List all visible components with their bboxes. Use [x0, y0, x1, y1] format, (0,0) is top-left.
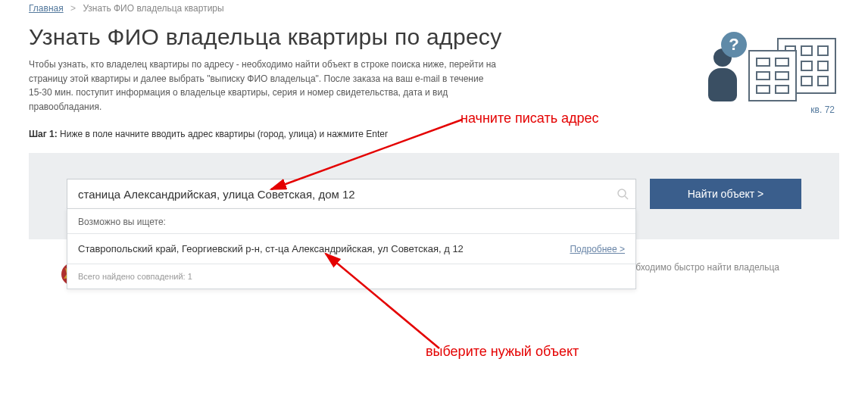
suggest-item-text: Ставропольский край, Георгиевский р-н, с… [78, 243, 464, 254]
annotation-select-object: выберите нужый объект [426, 344, 579, 360]
svg-line-1 [625, 196, 628, 199]
svg-point-0 [618, 189, 626, 197]
apartment-label: кв. 72 [810, 105, 835, 115]
suggest-more-link[interactable]: Подробнее > [570, 244, 625, 254]
address-input[interactable] [67, 179, 636, 209]
step-text: Ниже в поле начните вводить адрес кварти… [58, 129, 388, 139]
breadcrumb-current: Узнать ФИО владельца квартиры [83, 3, 223, 14]
intro-text: Чтобы узнать, кто владелец квартиры по а… [29, 58, 498, 114]
person-icon [704, 48, 741, 109]
step-1: Шаг 1: Ниже в поле начните вводить адрес… [29, 129, 559, 139]
question-icon: ? [721, 32, 747, 58]
breadcrumb-separator: > [70, 3, 76, 14]
find-button[interactable]: Найти объект > [650, 179, 801, 209]
breadcrumb-home[interactable]: Главная [29, 3, 64, 14]
suggest-dropdown: Возможно вы ищете: Ставропольский край, … [67, 208, 636, 289]
suggest-item[interactable]: Ставропольский край, Георгиевский р-н, с… [67, 234, 635, 264]
search-icon [617, 188, 629, 200]
suggest-footer: Всего найдено совпадений: 1 [67, 264, 635, 289]
page-title: Узнать ФИО владельца квартиры по адресу [29, 24, 559, 50]
search-panel: Найти объект > Возможно вы ищете: Ставро… [29, 153, 839, 239]
step-label: Шаг 1: [29, 129, 58, 139]
header-illustration: ? кв. 72 [688, 17, 839, 123]
suggest-header: Возможно вы ищете: [67, 209, 635, 234]
building-icon-2 [748, 50, 797, 101]
